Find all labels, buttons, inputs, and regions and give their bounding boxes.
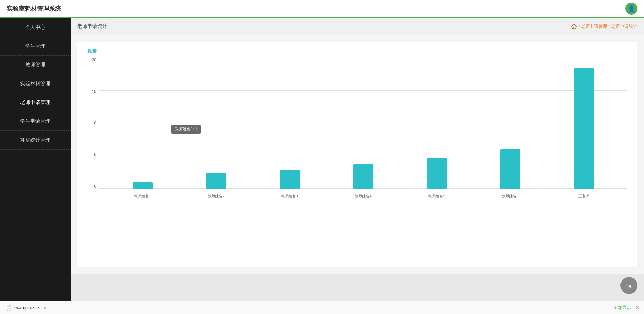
chart-plot: 教师姓名1 教师姓名2 教师姓名3 教师姓名4 教师姓名5 教师姓名6 王老师 … [99,58,627,199]
breadcrumb-sep-2: / [608,24,610,29]
top-label: Top [626,283,633,288]
sidebar-item-teacher-apply-mgmt[interactable]: 老师申请管理 [0,93,71,112]
bar-group-7 [574,68,594,189]
breadcrumb-teacher-apply-stats: 老师申请统计 [611,23,637,30]
app-title: 实验室耗材管理系统 [7,5,61,13]
bar-7[interactable] [574,68,594,189]
x-label-2: 教师姓名2 [206,194,226,199]
x-label-6: 教师姓名6 [500,194,520,199]
download-file: 📄 example.xlsx ∧ [5,304,47,311]
bar-6[interactable] [500,149,520,189]
bar-group-2 [206,173,226,189]
bars-row [99,58,627,189]
y-tick-5: 5 [87,152,96,157]
chart-container: 数量 20 15 10 5 0 [77,42,637,267]
y-tick-15: 15 [87,89,96,94]
chart-area: 20 15 10 5 0 [87,58,627,199]
show-all-button[interactable]: 全部显示 [613,305,631,311]
bar-3[interactable] [280,170,300,189]
chart-y-axis: 20 15 10 5 0 [87,58,99,199]
user-avatar[interactable]: 👤 [625,3,637,15]
app-header: 实验室耗材管理系统 👤 [0,0,644,18]
sidebar-item-personal[interactable]: 个人中心 [0,18,71,37]
content-header: 老师申请统计 🏠 / 老师申请管理 / 老师申请统计 [71,18,644,35]
bar-2[interactable] [206,173,226,189]
download-actions: 全部显示 × [613,305,639,311]
bottom-bar: 📄 example.xlsx ∧ 全部显示 × [0,301,644,314]
avatar-icon: 👤 [628,5,635,12]
sidebar-item-consumable-stats[interactable]: 耗材统计管理 [0,131,71,150]
x-label-3: 教师姓名3 [280,194,300,199]
bar-1[interactable] [133,182,153,189]
sidebar-item-student-mgmt[interactable]: 学生管理 [0,37,71,56]
x-label-5: 教师姓名5 [427,194,447,199]
caret-up-icon[interactable]: ∧ [44,305,47,310]
page-title: 老师申请统计 [77,23,107,30]
bar-5[interactable] [427,158,447,189]
file-name: example.xlsx [14,305,40,310]
sidebar: 个人中心 学生管理 教师管理 实验材料管理 老师申请管理 学生申请管理 耗材统计… [0,18,71,301]
bar-group-1 [133,182,153,189]
breadcrumb-home-icon[interactable]: 🏠 [571,23,577,30]
breadcrumb-sep-1: / [579,24,580,29]
x-label-1: 教师姓名1 [133,194,153,199]
bar-group-4 [353,164,373,189]
breadcrumb-teacher-apply-mgmt[interactable]: 老师申请管理 [581,23,607,30]
sidebar-item-teacher-mgmt[interactable]: 教师管理 [0,56,71,74]
bar-group-6 [500,149,520,189]
footer-gray [71,274,644,301]
close-download-button[interactable]: × [636,305,639,311]
bar-group-5 [427,158,447,189]
file-icon: 📄 [5,304,12,311]
scroll-top-button[interactable]: Top [620,277,637,294]
y-tick-10: 10 [87,121,96,125]
content-area: 老师申请统计 🏠 / 老师申请管理 / 老师申请统计 数量 20 15 10 5… [71,18,644,301]
x-label-4: 教师姓名4 [353,194,373,199]
chart-y-label: 数量 [87,48,627,54]
y-tick-0: 0 [87,184,96,189]
y-tick-20: 20 [87,58,96,62]
sidebar-item-student-apply-mgmt[interactable]: 学生申请管理 [0,112,71,131]
bar-group-3 [280,170,300,189]
sidebar-item-material-mgmt[interactable]: 实验材料管理 [0,74,71,93]
main-layout: 个人中心 学生管理 教师管理 实验材料管理 老师申请管理 学生申请管理 耗材统计… [0,18,644,301]
bar-4[interactable] [353,164,373,189]
x-labels: 教师姓名1 教师姓名2 教师姓名3 教师姓名4 教师姓名5 教师姓名6 王老师 [99,194,627,199]
breadcrumb: 🏠 / 老师申请管理 / 老师申请统计 [571,23,637,30]
x-label-7: 王老师 [574,194,594,199]
